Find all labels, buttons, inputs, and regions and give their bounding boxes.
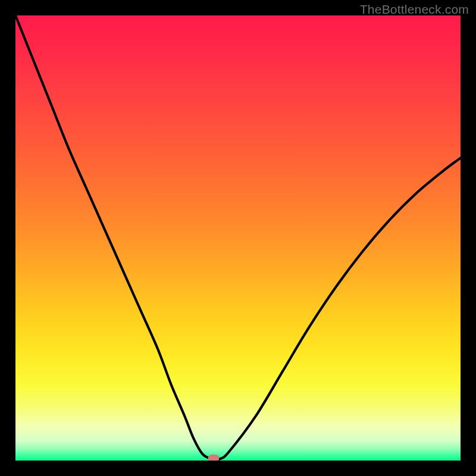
watermark-text: TheBottleneck.com	[360, 2, 469, 17]
plot-area	[15, 15, 461, 461]
bottleneck-curve	[15, 15, 461, 461]
optimal-point-marker	[208, 455, 219, 461]
chart-frame: TheBottleneck.com	[0, 0, 476, 476]
